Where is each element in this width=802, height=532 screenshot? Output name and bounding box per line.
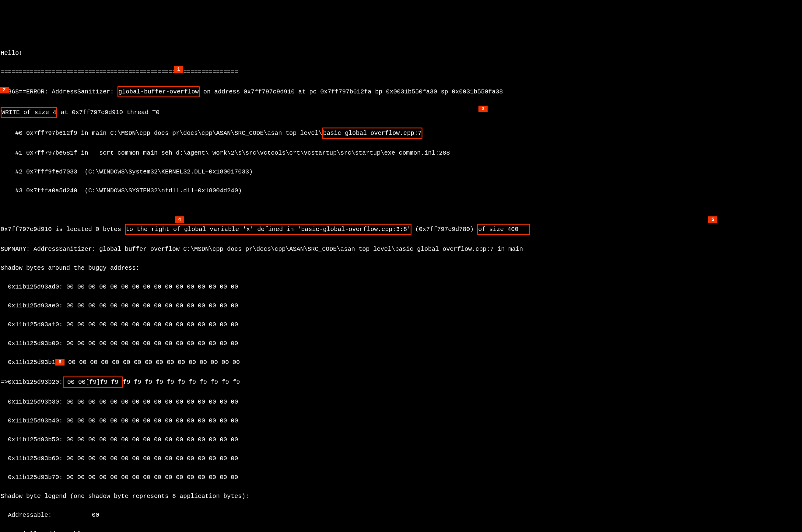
callout-2: 2 — [0, 87, 9, 93]
located-mid: (0x7ff797c9d780) — [412, 226, 477, 233]
shadow-row: 0x11b125d93af0: 00 00 00 00 00 00 00 00 … — [1, 320, 801, 329]
write-suffix: at 0x7ff797c9d910 thread T0 — [57, 109, 159, 116]
shadow-row: 0x11b125d93b40: 00 00 00 00 00 00 00 00 … — [1, 416, 801, 425]
callout-5: 5 — [708, 216, 718, 223]
legend-row: Addressable: 00 — [1, 510, 801, 520]
legend-row: Partially addressable: 01 02 03 04 05 06… — [1, 529, 801, 532]
separator-line: 1=======================================… — [1, 67, 801, 77]
stack-frame-0: #0 0x7ff797b612f9 in main C:\MSDN\cpp-do… — [1, 128, 801, 139]
write-line: 3WRITE of size 4 at 0x7ff797c9d910 threa… — [1, 107, 801, 118]
shadow-highlight-right: f9 f9 f9 f9 f9 f9 f9 f9 f9 f9 f9 — [123, 379, 240, 386]
callout-4: 4 — [175, 216, 184, 223]
shadow-row: 0x11b125d93b00: 00 00 00 00 00 00 00 00 … — [1, 339, 801, 348]
stack-frame-2: #2 0x7fff9fed7033 (C:\WINDOWS\System32\K… — [1, 167, 801, 176]
error-prefix: 24868==ERROR: AddressSanitizer: — [1, 88, 117, 95]
shadow-row-marker6: 0x11b125d93b16 00 00 00 00 00 00 00 00 0… — [1, 358, 801, 367]
located-line: 450x7ff797c9d910 is located 0 bytes to t… — [1, 224, 801, 235]
legend-header: Shadow byte legend (one shadow byte repr… — [1, 492, 801, 501]
error-line: 224868==ERROR: AddressSanitizer: global-… — [1, 86, 801, 97]
write-box: WRITE of size 4 — [1, 107, 57, 118]
shadow-row: 0x11b125d93ae0: 00 00 00 00 00 00 00 00 … — [1, 301, 801, 310]
error-suffix: on address 0x7ff797c9d910 at pc 0x7ff797… — [200, 88, 503, 95]
located-box-4: to the right of global variable 'x' defi… — [125, 224, 412, 235]
located-box-5: of size 400 — [477, 224, 530, 235]
stack-frame-3: #3 0x7fffa0a5d240 (C:\WINDOWS\SYSTEM32\n… — [1, 186, 801, 195]
shadow-header: Shadow bytes around the buggy address: — [1, 263, 801, 273]
callout-6: 6 — [55, 359, 64, 365]
summary-line: SUMMARY: AddressSanitizer: global-buffer… — [1, 244, 801, 254]
shadow-row-right: 00 00 00 00 00 00 00 00 00 00 00 00 00 0… — [64, 359, 240, 366]
shadow-row: 0x11b125d93b70: 00 00 00 00 00 00 00 00 … — [1, 473, 801, 482]
greeting-line: Hello! — [1, 49, 801, 58]
shadow-row-highlight: =>0x11b125d93b20: 00 00[f9]f9 f9 f9 f9 f… — [1, 377, 801, 388]
stack-frame-0-left: #0 0x7ff797b612f9 in main C:\MSDN\cpp-do… — [1, 130, 322, 137]
terminal-output: Hello! 1================================… — [0, 38, 802, 532]
callout-1: 1 — [174, 66, 183, 73]
located-left: 0x7ff797c9d910 is located 0 bytes — [1, 226, 125, 233]
callout-3: 3 — [478, 106, 488, 112]
shadow-row: 0x11b125d93b50: 00 00 00 00 00 00 00 00 … — [1, 435, 801, 444]
shadow-highlight-left: =>0x11b125d93b20: — [1, 379, 63, 386]
shadow-row: 0x11b125d93ad0: 00 00 00 00 00 00 00 00 … — [1, 282, 801, 291]
stack-frame-1: #1 0x7ff797be581f in __scrt_common_main_… — [1, 148, 801, 158]
shadow-row: 0x11b125d93b60: 00 00 00 00 00 00 00 00 … — [1, 454, 801, 463]
shadow-row-left: 0x11b125d93b1 — [1, 359, 55, 366]
blank-line — [1, 205, 801, 214]
shadow-row: 0x11b125d93b30: 00 00 00 00 00 00 00 00 … — [1, 397, 801, 406]
error-type-box: global-buffer-overflow — [117, 86, 200, 97]
separator-text: ========================================… — [1, 69, 238, 75]
source-location-box: basic-global-overflow.cpp:7 — [322, 128, 422, 139]
shadow-highlight-box: 00 00[f9]f9 f9 — [63, 377, 123, 388]
